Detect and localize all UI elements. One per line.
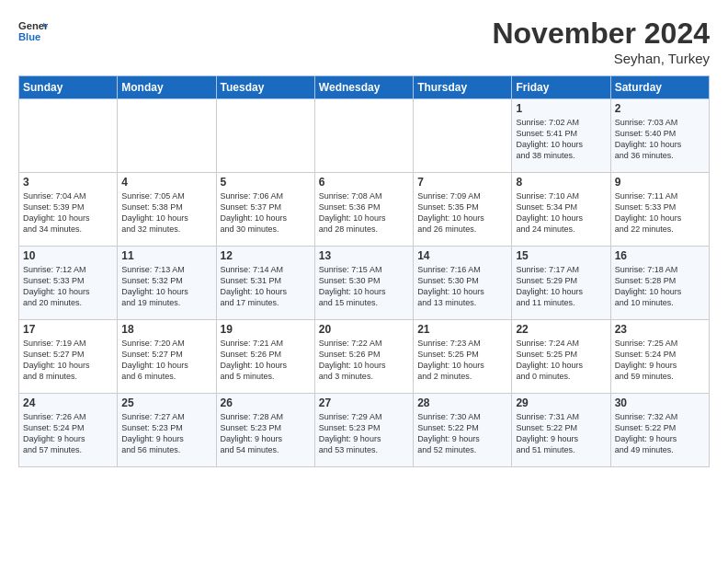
cell-text-line: Sunrise: 7:20 AM [121,338,211,349]
cell-text-line: Daylight: 9 hours [23,433,113,444]
weekday-header-wednesday: Wednesday [314,76,413,99]
calendar-cell: 10Sunrise: 7:12 AMSunset: 5:33 PMDayligh… [19,247,118,320]
cell-text-line: Daylight: 10 hours [121,213,211,224]
day-number: 5 [221,176,311,189]
day-number: 7 [417,176,507,189]
cell-text-line: Sunrise: 7:15 AM [319,264,409,275]
cell-text-line: Sunrise: 7:10 AM [516,190,606,201]
cell-text-line: Daylight: 10 hours [516,213,606,224]
weekday-header-monday: Monday [118,76,216,99]
calendar-cell: 29Sunrise: 7:31 AMSunset: 5:22 PMDayligh… [512,394,610,467]
cell-text-line: Sunrise: 7:22 AM [319,338,409,349]
cell-text-line: Sunset: 5:23 PM [221,422,311,433]
cell-text-line: Daylight: 10 hours [23,286,113,297]
cell-text-line: and 34 minutes. [23,224,113,235]
cell-text-line: Sunrise: 7:27 AM [121,411,211,422]
calendar-cell: 5Sunrise: 7:06 AMSunset: 5:37 PMDaylight… [216,173,314,247]
cell-text-line: Sunrise: 7:30 AM [417,411,507,422]
cell-text-line: Sunrise: 7:29 AM [319,411,409,422]
day-number: 6 [319,176,409,189]
cell-text-line: Daylight: 10 hours [417,286,507,297]
cell-text-line: Sunset: 5:30 PM [319,275,409,286]
cell-text-line: Daylight: 10 hours [23,213,113,224]
cell-text-line: and 28 minutes. [319,224,409,235]
subtitle: Seyhan, Turkey [492,51,710,66]
cell-text-line: Sunrise: 7:31 AM [516,411,606,422]
cell-text-line: Sunset: 5:33 PM [615,201,705,213]
cell-text-line: Sunset: 5:30 PM [417,275,507,286]
calendar-cell: 1Sunrise: 7:02 AMSunset: 5:41 PMDaylight… [512,99,610,173]
cell-text-line: Daylight: 10 hours [615,139,705,150]
cell-text-line: and 59 minutes. [615,371,705,382]
week-row-2: 3Sunrise: 7:04 AMSunset: 5:39 PMDaylight… [19,173,710,247]
day-number: 20 [319,323,409,336]
cell-text-line: Sunset: 5:35 PM [417,201,507,213]
cell-text-line: Sunset: 5:24 PM [615,349,705,360]
cell-text-line: and 32 minutes. [121,224,211,235]
calendar-cell: 16Sunrise: 7:18 AMSunset: 5:28 PMDayligh… [610,247,709,320]
cell-text-line: Sunset: 5:40 PM [615,128,705,139]
cell-text-line: Sunset: 5:23 PM [319,422,409,433]
week-row-3: 10Sunrise: 7:12 AMSunset: 5:33 PMDayligh… [19,247,710,320]
day-number: 2 [615,102,705,115]
cell-text-line: Daylight: 10 hours [23,360,113,371]
day-number: 12 [221,249,311,262]
day-number: 15 [516,249,606,262]
cell-text-line: Daylight: 10 hours [516,286,606,297]
cell-text-line: Sunrise: 7:02 AM [516,117,606,128]
cell-text-line: Sunrise: 7:28 AM [221,411,311,422]
cell-text-line: and 38 minutes. [516,150,606,161]
day-number: 11 [121,249,211,262]
calendar-cell: 26Sunrise: 7:28 AMSunset: 5:23 PMDayligh… [216,394,314,467]
cell-text-line: Sunrise: 7:13 AM [121,264,211,275]
cell-text-line: and 19 minutes. [121,297,211,308]
cell-text-line: Daylight: 10 hours [121,286,211,297]
cell-text-line: and 5 minutes. [221,371,311,382]
cell-text-line: Daylight: 10 hours [319,360,409,371]
cell-text-line: and 30 minutes. [221,224,311,235]
cell-text-line: Sunrise: 7:12 AM [23,264,113,275]
cell-text-line: and 54 minutes. [221,444,311,455]
week-row-5: 24Sunrise: 7:26 AMSunset: 5:24 PMDayligh… [19,394,710,467]
calendar-cell: 14Sunrise: 7:16 AMSunset: 5:30 PMDayligh… [414,247,512,320]
cell-text-line: Sunrise: 7:04 AM [23,190,113,201]
day-number: 29 [516,396,606,409]
cell-text-line: Sunrise: 7:09 AM [417,190,507,201]
cell-text-line: and 36 minutes. [615,150,705,161]
cell-text-line: Sunrise: 7:14 AM [221,264,311,275]
cell-text-line: Sunset: 5:26 PM [319,349,409,360]
cell-text-line: Sunrise: 7:18 AM [615,264,705,275]
cell-text-line: Sunrise: 7:05 AM [121,190,211,201]
cell-text-line: Sunrise: 7:32 AM [615,411,705,422]
calendar-cell: 13Sunrise: 7:15 AMSunset: 5:30 PMDayligh… [314,247,413,320]
cell-text-line: Sunrise: 7:17 AM [516,264,606,275]
cell-text-line: Sunset: 5:22 PM [615,422,705,433]
calendar-cell [216,99,314,173]
day-number: 8 [516,176,606,189]
weekday-header-tuesday: Tuesday [216,76,314,99]
calendar-cell: 9Sunrise: 7:11 AMSunset: 5:33 PMDaylight… [610,173,709,247]
calendar-cell: 24Sunrise: 7:26 AMSunset: 5:24 PMDayligh… [19,394,118,467]
logo-icon: General Blue [18,17,48,46]
cell-text-line: Sunrise: 7:23 AM [417,338,507,349]
week-row-1: 1Sunrise: 7:02 AMSunset: 5:41 PMDaylight… [19,99,710,173]
weekday-header-thursday: Thursday [414,76,512,99]
cell-text-line: Daylight: 10 hours [319,213,409,224]
calendar-cell: 18Sunrise: 7:20 AMSunset: 5:27 PMDayligh… [118,320,216,394]
calendar-cell [19,99,118,173]
cell-text-line: Daylight: 9 hours [615,360,705,371]
day-number: 24 [23,396,113,409]
cell-text-line: and 11 minutes. [516,297,606,308]
calendar-cell: 30Sunrise: 7:32 AMSunset: 5:22 PMDayligh… [610,394,709,467]
calendar-cell: 15Sunrise: 7:17 AMSunset: 5:29 PMDayligh… [512,247,610,320]
cell-text-line: and 24 minutes. [516,224,606,235]
cell-text-line: and 17 minutes. [221,297,311,308]
cell-text-line: Daylight: 9 hours [615,433,705,444]
cell-text-line: Sunset: 5:25 PM [516,349,606,360]
cell-text-line: Daylight: 10 hours [221,360,311,371]
cell-text-line: Sunset: 5:41 PM [516,128,606,139]
cell-text-line: and 53 minutes. [319,444,409,455]
cell-text-line: and 57 minutes. [23,444,113,455]
week-row-4: 17Sunrise: 7:19 AMSunset: 5:27 PMDayligh… [19,320,710,394]
cell-text-line: Daylight: 10 hours [615,213,705,224]
